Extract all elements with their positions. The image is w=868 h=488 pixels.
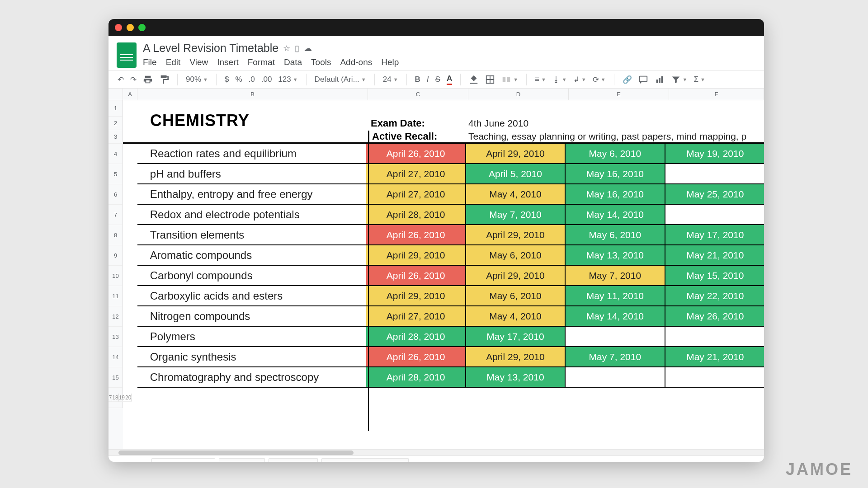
date-cell[interactable]: May 14, 2010 — [566, 205, 665, 225]
date-cell[interactable]: May 11, 2010 — [566, 286, 665, 306]
topic-name[interactable]: Reaction rates and equilibrium — [137, 144, 367, 164]
menu-addons[interactable]: Add-ons — [340, 57, 372, 67]
date-cell[interactable] — [665, 327, 764, 347]
minimize-window-button[interactable] — [127, 24, 134, 31]
topic-name[interactable]: Polymers — [137, 327, 367, 347]
date-cell[interactable]: April 26, 2010 — [366, 347, 466, 367]
row-header[interactable]: 3 — [108, 130, 123, 144]
strikethrough-button[interactable]: S — [435, 75, 440, 84]
date-cell[interactable]: April 29, 2010 — [466, 266, 566, 286]
date-cell[interactable]: May 16, 2010 — [566, 164, 665, 184]
menu-tools[interactable]: Tools — [311, 57, 331, 67]
row-header[interactable]: 1 — [108, 100, 123, 117]
print-button[interactable] — [143, 75, 153, 84]
fill-color-button[interactable] — [469, 75, 479, 84]
row-header[interactable]: 17 — [108, 394, 112, 402]
scrollbar-thumb[interactable] — [118, 450, 354, 455]
date-cell[interactable]: April 26, 2010 — [366, 225, 466, 245]
spreadsheet-grid[interactable]: CHEMISTRY Exam Date: 4th June 2010 Activ… — [123, 100, 764, 449]
date-cell[interactable]: April 26, 2010 — [366, 144, 466, 164]
date-cell[interactable]: April 5, 2010 — [466, 164, 566, 184]
sheets-app-icon[interactable] — [117, 42, 137, 68]
row-header[interactable]: 10 — [108, 266, 123, 286]
sheet-tab-chemistry[interactable]: Chemistry▼ — [151, 458, 215, 462]
sheet-tab-maths[interactable]: Maths▼ — [219, 458, 265, 462]
date-cell[interactable]: May 17, 2010 — [466, 327, 566, 347]
date-cell[interactable]: May 4, 2010 — [466, 184, 566, 205]
row-header[interactable]: 6 — [108, 184, 123, 205]
number-format-dropdown[interactable]: 123▼ — [278, 75, 297, 84]
topic-name[interactable]: Chromatography and spectroscopy — [137, 367, 367, 388]
date-cell[interactable]: May 21, 2010 — [665, 245, 764, 266]
insert-link-button[interactable]: 🔗 — [623, 75, 632, 84]
date-cell[interactable]: May 15, 2010 — [665, 266, 764, 286]
topic-name[interactable]: Organic synthesis — [137, 347, 367, 367]
date-cell[interactable]: April 29, 2010 — [466, 347, 566, 367]
add-sheet-button[interactable]: + — [115, 459, 131, 462]
topic-name[interactable]: Nitrogen compounds — [137, 306, 367, 327]
date-cell[interactable]: April 27, 2010 — [366, 306, 466, 327]
date-cell[interactable]: April 28, 2010 — [366, 205, 466, 225]
date-cell[interactable]: April 28, 2010 — [366, 327, 466, 347]
date-cell[interactable]: May 7, 2010 — [566, 266, 665, 286]
date-cell[interactable]: May 26, 2010 — [665, 306, 764, 327]
font-dropdown[interactable]: Default (Ari...▼ — [315, 75, 366, 84]
vertical-align-button[interactable]: ⭳▼ — [552, 75, 567, 84]
text-rotation-button[interactable]: ⟳▼ — [593, 75, 606, 84]
horizontal-align-button[interactable]: ≡▼ — [535, 75, 546, 84]
col-header-e[interactable]: E — [569, 89, 669, 100]
insert-comment-button[interactable] — [638, 75, 648, 84]
menu-view[interactable]: View — [189, 57, 208, 67]
menu-file[interactable]: File — [143, 57, 157, 67]
col-header-b[interactable]: B — [137, 89, 368, 100]
date-cell[interactable]: May 6, 2010 — [566, 225, 665, 245]
undo-button[interactable]: ↶ — [118, 75, 124, 84]
date-cell[interactable] — [566, 327, 665, 347]
menu-help[interactable]: Help — [381, 57, 399, 67]
horizontal-scrollbar[interactable] — [108, 449, 764, 455]
date-cell[interactable] — [665, 367, 764, 388]
menu-edit[interactable]: Edit — [166, 57, 181, 67]
date-cell[interactable]: May 13, 2010 — [566, 245, 665, 266]
topic-name[interactable]: Aromatic compounds — [137, 245, 367, 266]
col-header-f[interactable]: F — [669, 89, 764, 100]
all-sheets-button[interactable]: ☰ — [134, 460, 148, 462]
date-cell[interactable]: May 21, 2010 — [665, 347, 764, 367]
row-header[interactable]: 2 — [108, 117, 123, 130]
row-header[interactable]: 12 — [108, 306, 123, 327]
date-cell[interactable]: May 14, 2010 — [566, 306, 665, 327]
select-all-cell[interactable] — [108, 89, 123, 100]
italic-button[interactable]: I — [427, 75, 429, 84]
date-cell[interactable]: April 29, 2010 — [466, 225, 566, 245]
date-cell[interactable] — [566, 367, 665, 388]
row-header[interactable]: 8 — [108, 225, 123, 245]
date-cell[interactable]: May 13, 2010 — [466, 367, 566, 388]
percent-button[interactable]: % — [235, 75, 242, 84]
date-cell[interactable]: May 4, 2010 — [466, 306, 566, 327]
topic-name[interactable]: Transition elements — [137, 225, 367, 245]
decrease-decimal-button[interactable]: .0 — [249, 75, 255, 84]
row-header[interactable]: 7 — [108, 205, 123, 225]
row-header[interactable]: 18 — [112, 394, 118, 402]
date-cell[interactable]: May 22, 2010 — [665, 286, 764, 306]
text-wrap-button[interactable]: ↲▼ — [573, 75, 586, 84]
date-cell[interactable]: April 29, 2010 — [466, 144, 566, 164]
redo-button[interactable]: ↷ — [130, 75, 137, 84]
paint-format-button[interactable] — [159, 75, 169, 84]
date-cell[interactable] — [665, 164, 764, 184]
functions-button[interactable]: Σ▼ — [693, 75, 705, 84]
topic-name[interactable]: Enthalpy, entropy and free energy — [137, 184, 367, 205]
document-title[interactable]: A Level Revision Timetable — [143, 42, 278, 55]
topic-name[interactable]: Redox and electrode potentials — [137, 205, 367, 225]
date-cell[interactable]: April 27, 2010 — [366, 184, 466, 205]
col-header-d[interactable]: D — [468, 89, 569, 100]
move-folder-icon[interactable]: ▯ — [295, 43, 299, 53]
sheet-tab-history[interactable]: History▼ — [269, 458, 318, 462]
topic-name[interactable]: Carboxylic acids and esters — [137, 286, 367, 306]
date-cell[interactable]: May 16, 2010 — [566, 184, 665, 205]
topic-name[interactable]: Carbonyl compounds — [137, 266, 367, 286]
date-cell[interactable]: May 19, 2010 — [665, 144, 764, 164]
row-header[interactable]: 15 — [108, 367, 123, 388]
sheet-tab-english[interactable]: English Literature▼ — [321, 458, 409, 462]
date-cell[interactable]: April 27, 2010 — [366, 164, 466, 184]
